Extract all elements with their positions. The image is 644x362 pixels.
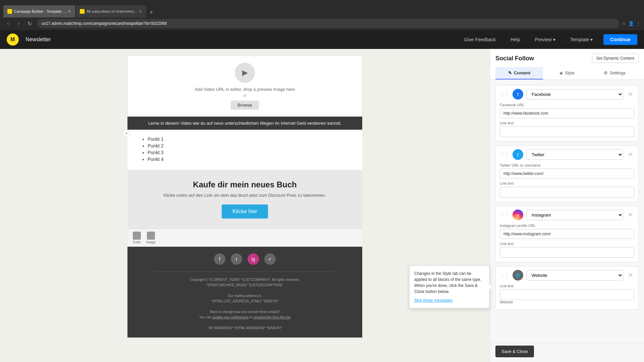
new-tab-button[interactable]: + xyxy=(147,8,156,17)
content-tab-label: Content xyxy=(514,70,530,75)
tool-image[interactable]: Image xyxy=(146,232,156,244)
panel-title: Social Follow xyxy=(495,55,534,62)
app-logo: M xyxy=(7,34,19,46)
facebook-platform-icon: f xyxy=(513,89,523,100)
facebook-platform-select[interactable]: Facebook xyxy=(527,89,623,100)
facebook-drag-handle[interactable]: ⋮⋮ xyxy=(500,92,509,97)
right-panel: Social Follow Set Dynamic Content ✎ Cont… xyxy=(490,49,644,362)
tool-image-label: Image xyxy=(146,240,156,244)
website-entry-header: ⋮⋮ 🌐 Website ✕ xyxy=(496,266,638,284)
tab-label-2: All subscribers of Unternehm... xyxy=(87,9,137,13)
template-chevron-icon: ▾ xyxy=(590,37,593,42)
instagram-url-input[interactable] xyxy=(500,229,634,239)
image-icon xyxy=(147,232,155,240)
website-link-text-input[interactable] xyxy=(500,289,634,300)
style-tab-icon: ◈ xyxy=(559,70,563,75)
panel-header-top: Social Follow Set Dynamic Content xyxy=(495,54,639,63)
panel-content: ⋮⋮ f Facebook ✕ Facebook URL Link text xyxy=(490,80,644,343)
skip-messages-link[interactable]: Skip these messages xyxy=(414,297,485,303)
forward-button[interactable]: › xyxy=(14,19,23,28)
cta-button[interactable]: Klicke hier xyxy=(222,204,268,219)
twitter-drag-handle[interactable]: ⋮⋮ xyxy=(500,152,509,157)
change-text: Want to change how you receive these ema… xyxy=(210,310,280,314)
update-text: You can xyxy=(199,315,211,319)
footer-instagram-icon: ig xyxy=(248,253,259,265)
list-item: Punkt 3 xyxy=(148,150,349,155)
bookmark-icon[interactable]: ☆ xyxy=(622,21,626,26)
tab-content[interactable]: ✎ Content xyxy=(495,67,543,79)
address-bar-row: ‹ › ↻ ☆ 👤 ⋮ xyxy=(0,17,644,30)
address-text: *|HTML:LIST_ADDRESS_HTML|* *|END:IF|* xyxy=(211,299,278,303)
footer-facebook-icon: f xyxy=(214,253,225,265)
video-block: ▶ Add Video URL in editor, drop a previe… xyxy=(127,56,362,117)
facebook-link-text-input[interactable] xyxy=(500,126,634,137)
continue-button[interactable]: Continue xyxy=(603,34,637,45)
color-icon xyxy=(133,232,141,240)
footer-twitter-icon: t xyxy=(231,253,242,265)
instagram-drag-handle[interactable]: ⋮⋮ xyxy=(500,212,509,218)
twitter-platform-select[interactable]: Twitter xyxy=(527,149,623,160)
website-drag-handle[interactable]: ⋮⋮ xyxy=(500,273,509,278)
set-dynamic-content-button[interactable]: Set Dynamic Content xyxy=(592,54,639,63)
preview-label: Preview xyxy=(535,37,552,42)
canvas-area: ▶ Add Video URL in editor, drop a previe… xyxy=(0,49,490,362)
tab-label: Campaign Builder - Template ... xyxy=(14,9,66,13)
tab-favicon xyxy=(7,9,12,14)
instagram-platform-select[interactable]: Instagram xyxy=(527,210,623,220)
website-platform-select[interactable]: Website xyxy=(527,270,623,281)
app-nav: M Newsletter Give Feedback Help Preview … xyxy=(0,30,644,49)
website-remove-button[interactable]: ✕ xyxy=(627,272,634,279)
give-feedback-button[interactable]: Give Feedback xyxy=(460,35,500,44)
twitter-remove-button[interactable]: ✕ xyxy=(627,151,634,158)
website-link-text-label: Link text xyxy=(500,284,634,288)
nav-buttons: ‹ › ↻ xyxy=(3,19,34,28)
twitter-url-label: Twitter URL or username xyxy=(500,163,634,167)
save-close-button[interactable]: Save & Close xyxy=(495,346,534,357)
instagram-platform-icon: ig xyxy=(513,209,523,220)
bullet-list: Punkt 1 Punkt 2 Punkt 3 Punkt 4 xyxy=(141,136,349,162)
add-block-button[interactable]: + xyxy=(122,129,130,137)
back-button[interactable]: ‹ xyxy=(3,19,13,28)
tab-subscribers[interactable]: All subscribers of Unternehm... ✕ xyxy=(76,5,146,17)
unsubscribe-link[interactable]: unsubscribe from this list xyxy=(254,315,290,319)
facebook-social-entry: ⋮⋮ f Facebook ✕ Facebook URL Link text xyxy=(495,85,639,141)
video-description-text: Add Video URL in editor, drop a preview … xyxy=(135,87,355,92)
twitter-platform-icon: t xyxy=(513,149,523,160)
tab-close-btn[interactable]: ✕ xyxy=(68,9,71,14)
instagram-link-text-label: Link text xyxy=(500,242,634,246)
template-label: Template xyxy=(570,37,589,42)
video-play-icon: ▶ xyxy=(235,63,255,83)
account-icon[interactable]: 👤 xyxy=(628,21,634,26)
tooltip-box: Changes in the Style tab can be applied … xyxy=(409,265,490,308)
twitter-entry-header: ⋮⋮ t Twitter ✕ xyxy=(496,146,638,163)
address-input[interactable] xyxy=(37,19,619,28)
facebook-entry-body: Facebook URL Link text xyxy=(496,103,638,141)
tab-favicon-2 xyxy=(80,9,85,14)
instagram-link-text-input[interactable] xyxy=(500,247,634,258)
tool-color[interactable]: Color xyxy=(133,232,141,244)
twitter-url-input[interactable] xyxy=(500,169,634,179)
tab-settings[interactable]: ⚙ Settings xyxy=(591,67,639,79)
facebook-url-input[interactable] xyxy=(500,108,634,118)
browser-tabs: Campaign Builder - Template ... ✕ All su… xyxy=(3,0,156,17)
tab-style[interactable]: ◈ Style xyxy=(543,67,591,79)
style-tab-label: Style xyxy=(565,70,575,75)
tab-close-btn-2[interactable]: ✕ xyxy=(139,9,142,14)
mailing-text: Our mailing address is: xyxy=(228,294,262,298)
cta-title: Kaufe dir mein neues Buch xyxy=(134,180,356,189)
instagram-url-label: Instagram profile URL xyxy=(500,224,634,228)
website-social-entry: ⋮⋮ 🌐 Website ✕ Link text Website xyxy=(495,266,639,310)
template-dropdown[interactable]: Template ▾ xyxy=(566,35,597,44)
facebook-remove-button[interactable]: ✕ xyxy=(627,90,634,98)
tab-campaign-builder[interactable]: Campaign Builder - Template ... ✕ xyxy=(3,5,75,17)
preview-dropdown[interactable]: Preview ▾ xyxy=(531,35,559,44)
instagram-social-entry: ⋮⋮ ig Instagram ✕ Instagram profile URL … xyxy=(495,206,639,262)
instagram-remove-button[interactable]: ✕ xyxy=(627,211,634,219)
help-button[interactable]: Help xyxy=(506,35,524,44)
browse-button[interactable]: Browse xyxy=(231,101,259,110)
facebook-link-text-label: Link text xyxy=(500,121,634,125)
more-icon[interactable]: ⋮ xyxy=(636,21,641,26)
update-preferences-link[interactable]: update your preferences xyxy=(212,315,249,319)
twitter-link-text-input[interactable] xyxy=(500,187,634,197)
reload-button[interactable]: ↻ xyxy=(25,19,34,28)
